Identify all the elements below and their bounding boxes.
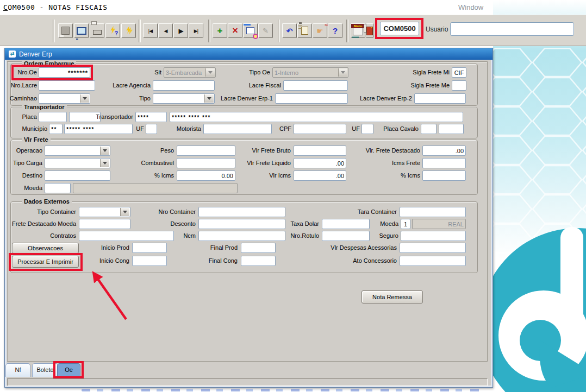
nro-oe-field[interactable]: ******* xyxy=(39,67,90,78)
clear-button[interactable]: ✎ xyxy=(258,23,273,38)
flash-run-icon xyxy=(124,26,133,35)
paste-button[interactable] xyxy=(297,23,312,38)
observacoes-button[interactable]: Observacoes xyxy=(12,243,79,254)
sigla-frete-me-field[interactable] xyxy=(452,80,466,91)
status-bar xyxy=(7,378,488,386)
chevron-down-icon[interactable] xyxy=(338,68,347,77)
vlr-frete-bruto-field[interactable] xyxy=(294,146,346,156)
undo-button[interactable]: ↶ xyxy=(282,23,297,38)
taxa-dolar-field[interactable] xyxy=(322,219,370,229)
help-button[interactable]: ? xyxy=(328,23,342,38)
placa-cavalo-field-1[interactable] xyxy=(421,124,437,134)
screen-button[interactable] xyxy=(74,23,89,38)
dados-externos-legend: Dados Externos xyxy=(22,198,72,205)
query-button[interactable] xyxy=(243,23,258,38)
operacao-dropdown[interactable] xyxy=(45,146,110,156)
chevron-down-icon[interactable] xyxy=(100,159,109,167)
menu-item-window[interactable]: Window xyxy=(458,3,483,11)
print-button[interactable] xyxy=(90,23,104,38)
placa-cavalo-field-2[interactable] xyxy=(439,124,464,134)
vlr-despesas-label: Vlr Despesas Acessorias xyxy=(323,244,397,251)
menu-button[interactable]: Menu xyxy=(351,23,365,38)
processar-imprimir-button[interactable]: Processar E Imprimir xyxy=(12,256,79,268)
transportador-name-field[interactable]: ***** **** *** xyxy=(170,112,463,122)
tipo-container-dropdown[interactable] xyxy=(79,207,130,217)
tara-container-field[interactable] xyxy=(400,207,466,217)
cpf-field[interactable] xyxy=(294,124,346,134)
final-cong-field[interactable] xyxy=(241,256,276,266)
inicio-cong-field[interactable] xyxy=(132,256,167,266)
tab-nf[interactable]: Nf xyxy=(5,363,30,377)
final-prod-field[interactable] xyxy=(241,243,276,253)
add-record-button[interactable]: + xyxy=(213,23,227,38)
save-button[interactable] xyxy=(58,23,73,38)
caminhao-dropdown[interactable] xyxy=(39,93,90,104)
nav-last-button[interactable]: ▶| xyxy=(189,23,203,38)
nav-first-button[interactable]: |◀ xyxy=(143,23,158,38)
municipio-name-field[interactable]: ***** **** xyxy=(64,124,133,134)
sigla-frete-mi-field[interactable]: CIF xyxy=(452,67,466,78)
chevron-down-icon[interactable] xyxy=(120,208,129,216)
vlr-icms-field[interactable]: .00 xyxy=(294,170,346,181)
pct-icms-field[interactable]: 0.00 xyxy=(177,170,235,181)
tipo-oe-dropdown[interactable]: 1-Interno xyxy=(272,67,348,78)
background-page-text-sliver xyxy=(82,389,484,391)
vlr-frete-destacado-field[interactable]: .00 xyxy=(422,146,466,156)
lacre-fiscal-field[interactable] xyxy=(283,80,348,91)
tipo-carga-dropdown[interactable] xyxy=(45,158,110,168)
nro-lacre-field[interactable] xyxy=(39,80,95,91)
motorista-field[interactable] xyxy=(203,124,272,134)
vlr-frete-liquido-field[interactable]: .00 xyxy=(294,158,346,168)
nav-next-icon: ▶ xyxy=(178,27,183,35)
program-code-field[interactable]: COM0500 xyxy=(380,22,419,35)
contratos-field[interactable] xyxy=(79,231,174,241)
icms-frete-field[interactable] xyxy=(422,158,466,168)
moeda-externa-code-field[interactable]: 1 xyxy=(401,219,410,229)
tab-oe[interactable]: Oe xyxy=(57,363,80,377)
ato-concessorio-field[interactable] xyxy=(400,256,466,266)
municipio-code-field[interactable]: ** xyxy=(49,124,63,134)
exit-button[interactable] xyxy=(366,23,373,38)
nav-next-button[interactable]: ▶ xyxy=(173,23,188,38)
taxa-dolar-label: Taxa Dolar xyxy=(285,220,319,227)
chevron-down-icon[interactable] xyxy=(205,68,215,77)
tab-boleto[interactable]: Boleto xyxy=(32,363,58,377)
delete-record-button[interactable]: ✕ xyxy=(228,23,242,38)
nro-container-field[interactable] xyxy=(198,207,285,217)
window-title-bar[interactable]: ⇄ Denver Erp xyxy=(5,48,493,60)
desconto-field[interactable] xyxy=(198,219,285,229)
transportador-code-field[interactable]: **** xyxy=(135,112,167,122)
chevron-down-icon[interactable] xyxy=(100,147,109,155)
placa-field-1[interactable] xyxy=(39,112,67,122)
uf-field-1[interactable] xyxy=(146,124,157,134)
usuario-input[interactable] xyxy=(450,22,574,36)
inicio-prod-field[interactable] xyxy=(132,243,167,253)
lacre-denver-1-field[interactable] xyxy=(275,93,348,104)
destino-field[interactable] xyxy=(45,170,110,181)
chevron-down-icon[interactable] xyxy=(204,94,214,103)
run-button[interactable] xyxy=(121,23,136,38)
vlr-despesas-field[interactable] xyxy=(400,243,466,253)
nav-prev-button[interactable]: ◀ xyxy=(158,23,173,38)
sit-dropdown[interactable]: 3-Embarcada xyxy=(164,67,216,78)
hand-button[interactable]: ☛✂ xyxy=(313,23,327,38)
tipo-dropdown[interactable] xyxy=(153,93,215,104)
pct-icms-2-field[interactable] xyxy=(422,170,466,181)
uf-field-2[interactable] xyxy=(361,124,373,134)
seguro-field[interactable] xyxy=(401,231,466,241)
lacre-denver-2-field[interactable] xyxy=(414,93,466,104)
contratos-label: Contratos xyxy=(46,232,76,239)
execute-query-button[interactable]: ? xyxy=(105,23,120,38)
peso-field[interactable] xyxy=(177,146,235,156)
moeda-field[interactable] xyxy=(45,183,71,193)
hexagon-background xyxy=(493,0,586,392)
combustivel-field[interactable] xyxy=(177,158,235,168)
frete-destacado-moeda-field[interactable] xyxy=(79,219,130,229)
lacre-agencia-label: Lacre Agencia xyxy=(104,82,151,88)
chevron-down-icon[interactable] xyxy=(80,94,89,103)
lacre-agencia-field[interactable] xyxy=(153,80,215,91)
ncm-field[interactable] xyxy=(198,231,285,241)
nro-rotulo-field[interactable] xyxy=(322,231,370,241)
menu-icon: Menu xyxy=(353,26,363,35)
nota-remessa-button[interactable]: Nota Remessa xyxy=(361,290,423,304)
